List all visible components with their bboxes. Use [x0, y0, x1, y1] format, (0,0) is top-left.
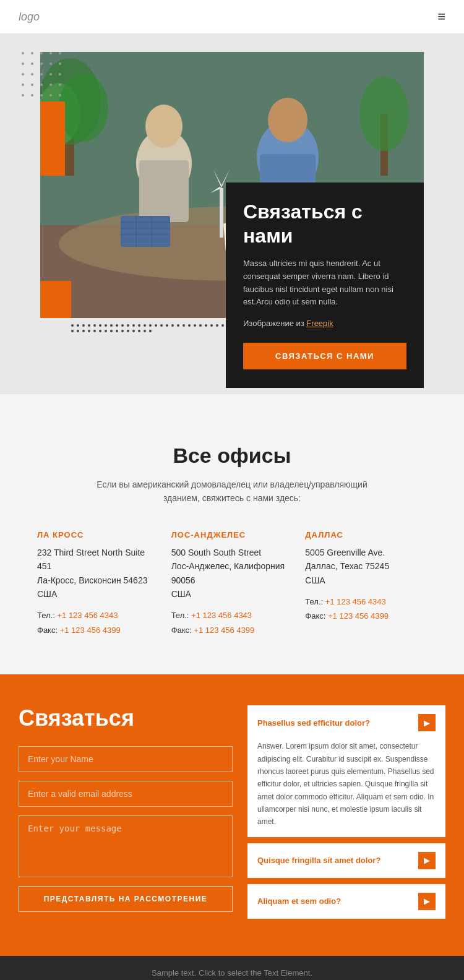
faq-question-text-2: Aliquam et sem odio? — [257, 896, 418, 906]
hero-section: Связаться с нами Massa ultricies mi quis… — [0, 33, 464, 394]
decorative-dots-bottom — [40, 318, 238, 332]
contact-form: Связаться ПРЕДСТАВЛЯТЬ НА РАССМОТРЕНИЕ — [19, 705, 233, 912]
faq-arrow-2: ▶ — [418, 893, 436, 910]
svg-rect-27 — [40, 281, 71, 318]
faq-question-1[interactable]: Quisque fringilla sit amet dolor? ▶ — [247, 843, 445, 878]
image-credit: Изображение из Freepik — [243, 317, 406, 330]
svg-rect-19 — [121, 216, 170, 247]
office-city-1: ЛОС-АНДЖЕЛЕС — [171, 530, 293, 539]
offices-heading: Все офисы — [37, 444, 427, 468]
decorative-dots-topleft — [22, 52, 59, 101]
office-card-dallas: ДАЛЛАС 5005 Greenville Ave.Даллас, Техас… — [305, 530, 427, 637]
hero-info-box: Связаться с нами Massa ultricies mi quis… — [226, 183, 424, 388]
orange-accent-left — [40, 101, 65, 176]
freepik-link[interactable]: Freepik — [306, 319, 333, 328]
offices-grid: ЛА КРОСС 232 Third Street North Suite 45… — [37, 530, 427, 637]
office-card-lacrosse: ЛА КРОСС 232 Third Street North Suite 45… — [37, 530, 159, 637]
office-contact-0: Тел.: +1 123 456 4343 Факс: +1 123 456 4… — [37, 608, 159, 637]
svg-rect-11 — [139, 160, 189, 222]
hero-description: Massa ultricies mi quis hendrerit. Ac ut… — [243, 257, 406, 309]
svg-point-10 — [145, 105, 183, 148]
office-address-2: 5005 Greenville Ave.Даллас, Техас 75245С… — [305, 546, 427, 587]
faq-section: Phasellus sed efficitur dolor? ▶ Answer.… — [247, 705, 445, 925]
svg-point-8 — [359, 77, 409, 151]
svg-point-6 — [59, 74, 108, 142]
contact-heading: Связаться — [19, 705, 233, 731]
faq-question-0[interactable]: Phasellus sed efficitur dolor? ▶ — [247, 705, 445, 740]
office-contact-1: Тел.: +1 123 456 4343 Факс: +1 123 456 4… — [171, 608, 293, 637]
faq-question-2[interactable]: Aliquam et sem odio? ▶ — [247, 884, 445, 919]
offices-section: Все офисы Если вы американский домовладе… — [0, 394, 464, 674]
faq-item-0: Phasellus sed efficitur dolor? ▶ Answer.… — [247, 705, 445, 837]
office-address-0: 232 Third Street North Suite 451Ла-Кросс… — [37, 546, 159, 601]
submit-button[interactable]: ПРЕДСТАВЛЯТЬ НА РАССМОТРЕНИЕ — [19, 886, 233, 912]
footer: Sample text. Click to select the Text El… — [0, 956, 464, 980]
office-card-la: ЛОС-АНДЖЕЛЕС 500 South South StreetЛос-А… — [171, 530, 293, 637]
email-input[interactable] — [19, 781, 233, 807]
contact-section: Связаться ПРЕДСТАВЛЯТЬ НА РАССМОТРЕНИЕ P… — [0, 674, 464, 956]
faq-question-text-1: Quisque fringilla sit amet dolor? — [257, 856, 418, 865]
svg-rect-15 — [220, 188, 223, 238]
faq-item-2: Aliquam et sem odio? ▶ — [247, 884, 445, 919]
logo: logo — [19, 11, 40, 24]
svg-point-13 — [268, 98, 307, 142]
hero-cta-button[interactable]: СВЯЗАТЬСЯ С НАМИ — [243, 343, 406, 369]
offices-subtitle: Если вы американский домовладелец или вл… — [84, 478, 380, 505]
faq-arrow-1: ▶ — [418, 852, 436, 869]
faq-arrow-0: ▶ — [418, 714, 436, 731]
name-input[interactable] — [19, 746, 233, 772]
header: logo ≡ — [0, 0, 464, 33]
office-city-0: ЛА КРОСС — [37, 530, 159, 539]
faq-answer-0: Answer. Lorem ipsum dolor sit amet, cons… — [247, 740, 445, 837]
hero-title: Связаться с нами — [243, 200, 406, 247]
office-contact-2: Тел.: +1 123 456 4343 Факс: +1 123 456 4… — [305, 595, 427, 624]
menu-icon[interactable]: ≡ — [437, 9, 445, 25]
office-address-1: 500 South South StreetЛос-Анджелес, Кали… — [171, 546, 293, 601]
faq-question-text-0: Phasellus sed efficitur dolor? — [257, 718, 418, 728]
footer-text: Sample text. Click to select the Text El… — [12, 968, 452, 978]
faq-item-1: Quisque fringilla sit amet dolor? ▶ — [247, 843, 445, 878]
message-input[interactable] — [19, 815, 233, 877]
office-city-2: ДАЛЛАС — [305, 530, 427, 539]
